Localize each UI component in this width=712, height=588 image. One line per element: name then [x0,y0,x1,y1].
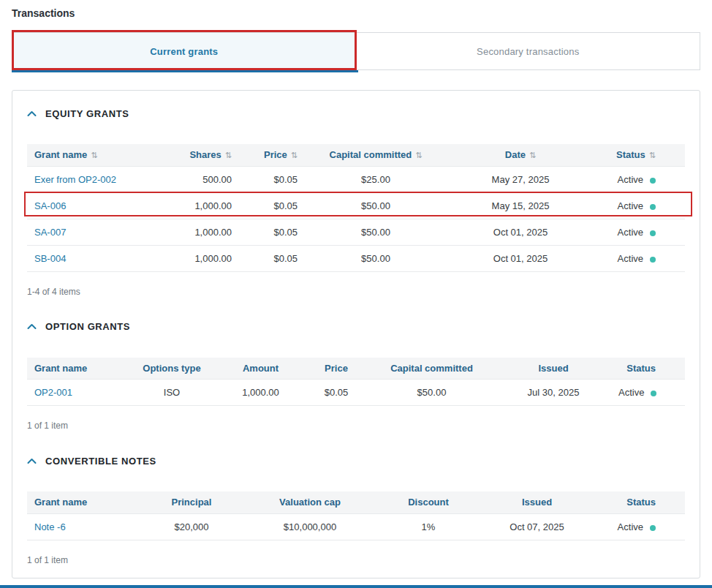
section-header: EQUITY GRANTS [27,107,685,120]
grant-name-cell: OP2-001 [27,380,126,406]
active-tab-underline [12,70,358,72]
column-label: Grant name [34,497,87,508]
collapse-chevron-icon[interactable] [27,323,37,330]
status-dot-icon [651,391,656,396]
table-cell: $50.00 [303,219,448,245]
table-cell: May 15, 2025 [448,192,593,219]
transactions-panel: EQUITY GRANTS Grant name⇅Shares⇅Price⇅Ca… [12,90,700,578]
column-label: Issued [522,497,552,508]
table-cell: 1,000.00 [218,380,303,406]
table-cell: $0.05 [238,192,303,219]
sort-icon[interactable]: ⇅ [225,151,232,159]
table-cell: 1% [376,513,481,540]
column-label: Status [626,497,656,508]
column-header-capital-committed: Capital committed [369,358,494,380]
section-header: CONVERTIBLE NOTES [27,454,685,467]
option-grants-table: Grant nameOptions typeAmountPriceCapital… [27,358,685,407]
grant-link[interactable]: Exer from OP2-002 [34,174,116,185]
status-cell: Active [613,380,685,406]
table-cell: 1,000.00 [165,219,238,245]
column-label: Status [616,149,645,160]
table-cell: $0.05 [238,166,303,192]
sort-icon[interactable]: ⇅ [649,151,656,159]
grant-link[interactable]: OP2-001 [34,387,72,398]
column-label: Status [626,363,656,374]
column-label: Grant name [34,149,87,160]
table-cell: 500.00 [165,166,238,192]
page-title: Transactions [12,7,75,19]
grant-link[interactable]: SB-004 [34,253,66,264]
bottom-scroll-bar[interactable] [0,585,712,588]
grant-name-cell: Exer from OP2-002 [27,166,165,192]
table-row[interactable]: SB-0041,000.00$0.05$50.00Oct 01, 2025Act… [27,245,685,271]
column-header-status: Status [613,358,685,380]
column-header-capital-committed[interactable]: Capital committed⇅ [303,144,448,166]
status-dot-icon [650,257,656,263]
grant-name-cell: Note -6 [27,513,139,540]
sort-icon[interactable]: ⇅ [529,151,536,159]
table-cell: ISO [126,380,218,406]
table-cell: Oct 07, 2025 [481,513,593,540]
table-cell: 1,000.00 [165,245,238,271]
table-cell: $0.05 [238,245,303,271]
column-header-discount: Discount [376,491,481,513]
tab-bar: Current grants Secondary transactions [12,32,700,70]
status-cell: Active [593,219,685,245]
table-row[interactable]: Exer from OP2-002500.00$0.05$25.00May 27… [27,166,685,192]
table-header-row: Grant namePrincipalValuation capDiscount… [27,491,685,513]
section-convertible-notes: CONVERTIBLE NOTES Grant namePrincipalVal… [12,454,700,565]
table-cell: $0.05 [238,219,303,245]
table-cell: $50.00 [303,245,448,271]
table-cell: 1,000.00 [165,192,238,219]
table-row[interactable]: Note -6$20,000$10,000,0001%Oct 07, 2025A… [27,513,685,540]
column-label: Discount [408,497,449,508]
section-title: EQUITY GRANTS [45,108,129,119]
column-header-status[interactable]: Status⇅ [593,144,685,166]
table-row[interactable]: SA-0071,000.00$0.05$50.00Oct 01, 2025Act… [27,219,685,245]
column-label: Capital committed [330,149,412,160]
table-cell: May 27, 2025 [448,166,593,192]
collapse-chevron-icon[interactable] [27,458,37,464]
pagination-text: 1 of 1 item [27,555,685,565]
grant-link[interactable]: SA-006 [34,200,66,211]
section-header: OPTION GRANTS [27,320,685,333]
tab-secondary-transactions[interactable]: Secondary transactions [356,33,700,69]
column-label: Price [325,363,348,374]
grant-name-cell: SA-007 [27,219,165,245]
column-header-shares[interactable]: Shares⇅ [165,144,238,166]
sort-icon[interactable]: ⇅ [91,151,97,159]
table-cell: Jul 30, 2025 [494,380,613,406]
table-header-row: Grant name⇅Shares⇅Price⇅Capital committe… [27,144,685,166]
grant-link[interactable]: SA-007 [34,227,66,238]
column-header-grant-name: Grant name [27,358,126,380]
column-header-date[interactable]: Date⇅ [448,144,593,166]
column-header-grant-name: Grant name [27,491,139,513]
equity-grants-table: Grant name⇅Shares⇅Price⇅Capital committe… [27,144,685,272]
status-cell: Active [593,245,685,271]
table-row[interactable]: OP2-001ISO1,000.00$0.05$50.00Jul 30, 202… [27,380,685,406]
table-cell: $0.05 [303,380,369,406]
column-header-price[interactable]: Price⇅ [238,144,303,166]
table-cell: Oct 01, 2025 [448,245,593,271]
tab-current-grants[interactable]: Current grants [12,33,356,69]
column-label: Valuation cap [279,497,341,508]
section-equity-grants: EQUITY GRANTS Grant name⇅Shares⇅Price⇅Ca… [12,107,700,297]
status-label: Active [618,521,643,532]
column-header-grant-name[interactable]: Grant name⇅ [27,144,165,166]
table-cell: Oct 01, 2025 [448,219,593,245]
section-title: OPTION GRANTS [45,321,130,332]
column-label: Shares [189,149,221,160]
grant-name-cell: SA-006 [27,192,165,219]
pagination-text: 1-4 of 4 items [27,287,685,297]
status-cell: Active [593,166,685,192]
grant-link[interactable]: Note -6 [34,521,66,532]
table-row[interactable]: SA-0061,000.00$0.05$50.00May 15, 2025Act… [27,192,685,219]
sort-icon[interactable]: ⇅ [415,151,422,159]
column-header-options-type: Options type [126,358,218,380]
sort-icon[interactable]: ⇅ [291,151,298,159]
table-cell: $50.00 [369,380,494,406]
grant-name-cell: SB-004 [27,245,165,271]
collapse-chevron-icon[interactable] [27,110,37,117]
status-cell: Active [593,192,685,219]
column-header-valuation-cap: Valuation cap [244,491,376,513]
